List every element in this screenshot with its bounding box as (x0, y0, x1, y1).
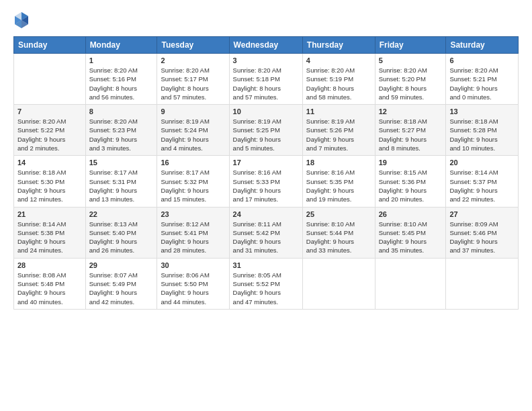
day-number: 9 (161, 107, 225, 116)
calendar-cell-w1-d4: 11Sunrise: 8:19 AMSunset: 5:26 PMDayligh… (302, 105, 375, 156)
calendar-cell-w0-d6: 6Sunrise: 8:20 AMSunset: 5:21 PMDaylight… (446, 54, 519, 105)
calendar-cell-w4-d0: 28Sunrise: 8:08 AMSunset: 5:48 PMDayligh… (14, 258, 86, 309)
calendar-cell-w2-d2: 16Sunrise: 8:17 AMSunset: 5:32 PMDayligh… (157, 156, 229, 207)
header (13, 11, 519, 30)
calendar-cell-w4-d4 (302, 258, 375, 309)
day-number: 24 (233, 210, 299, 218)
day-number: 12 (379, 107, 443, 116)
day-number: 10 (233, 107, 299, 116)
day-number: 21 (17, 210, 82, 218)
day-number: 16 (161, 158, 225, 167)
calendar-cell-w3-d1: 22Sunrise: 8:13 AMSunset: 5:40 PMDayligh… (85, 207, 157, 258)
logo (13, 11, 32, 30)
calendar-cell-w3-d3: 24Sunrise: 8:11 AMSunset: 5:42 PMDayligh… (229, 207, 302, 258)
day-info: Sunrise: 8:14 AMSunset: 5:37 PMDaylight:… (449, 168, 515, 203)
calendar-cell-w2-d6: 20Sunrise: 8:14 AMSunset: 5:37 PMDayligh… (446, 156, 519, 207)
day-info: Sunrise: 8:15 AMSunset: 5:36 PMDaylight:… (379, 168, 443, 203)
day-info: Sunrise: 8:12 AMSunset: 5:41 PMDaylight:… (161, 220, 225, 255)
day-number: 30 (161, 261, 225, 269)
day-info: Sunrise: 8:20 AMSunset: 5:20 PMDaylight:… (379, 66, 443, 101)
day-number: 22 (89, 210, 154, 218)
calendar-cell-w2-d3: 17Sunrise: 8:16 AMSunset: 5:33 PMDayligh… (229, 156, 302, 207)
col-header-thursday: Thursday (302, 37, 375, 54)
day-info: Sunrise: 8:20 AMSunset: 5:22 PMDaylight:… (17, 117, 82, 152)
day-info: Sunrise: 8:10 AMSunset: 5:44 PMDaylight:… (306, 220, 371, 255)
day-number: 19 (379, 158, 443, 167)
day-number: 7 (17, 107, 82, 116)
day-info: Sunrise: 8:20 AMSunset: 5:21 PMDaylight:… (449, 66, 515, 101)
col-header-sunday: Sunday (14, 37, 86, 54)
calendar-cell-w3-d0: 21Sunrise: 8:14 AMSunset: 5:38 PMDayligh… (14, 207, 86, 258)
calendar-cell-w0-d1: 1Sunrise: 8:20 AMSunset: 5:16 PMDaylight… (85, 54, 157, 105)
day-info: Sunrise: 8:18 AMSunset: 5:28 PMDaylight:… (449, 117, 515, 152)
day-info: Sunrise: 8:18 AMSunset: 5:30 PMDaylight:… (17, 168, 82, 203)
calendar-cell-w0-d0 (14, 54, 86, 105)
calendar-cell-w1-d6: 13Sunrise: 8:18 AMSunset: 5:28 PMDayligh… (446, 105, 519, 156)
day-number: 28 (17, 261, 82, 269)
day-info: Sunrise: 8:17 AMSunset: 5:31 PMDaylight:… (89, 168, 154, 203)
day-info: Sunrise: 8:10 AMSunset: 5:45 PMDaylight:… (379, 220, 443, 255)
day-number: 27 (449, 210, 515, 218)
day-number: 2 (161, 56, 225, 64)
day-number: 20 (449, 158, 515, 167)
calendar-week-0: 1Sunrise: 8:20 AMSunset: 5:16 PMDaylight… (14, 54, 519, 105)
day-info: Sunrise: 8:19 AMSunset: 5:25 PMDaylight:… (233, 117, 299, 152)
day-info: Sunrise: 8:07 AMSunset: 5:49 PMDaylight:… (89, 271, 154, 306)
calendar-cell-w1-d1: 8Sunrise: 8:20 AMSunset: 5:23 PMDaylight… (85, 105, 157, 156)
calendar-cell-w4-d1: 29Sunrise: 8:07 AMSunset: 5:49 PMDayligh… (85, 258, 157, 309)
day-number: 26 (379, 210, 443, 218)
day-number: 4 (306, 56, 371, 64)
day-info: Sunrise: 8:16 AMSunset: 5:33 PMDaylight:… (233, 168, 299, 203)
calendar-cell-w4-d2: 30Sunrise: 8:06 AMSunset: 5:50 PMDayligh… (157, 258, 229, 309)
day-number: 3 (233, 56, 299, 64)
calendar-week-2: 14Sunrise: 8:18 AMSunset: 5:30 PMDayligh… (14, 156, 519, 207)
day-info: Sunrise: 8:11 AMSunset: 5:42 PMDaylight:… (233, 220, 299, 255)
col-header-saturday: Saturday (446, 37, 519, 54)
day-number: 15 (89, 158, 154, 167)
calendar-cell-w0-d3: 3Sunrise: 8:20 AMSunset: 5:18 PMDaylight… (229, 54, 302, 105)
day-info: Sunrise: 8:20 AMSunset: 5:18 PMDaylight:… (233, 66, 299, 101)
col-header-friday: Friday (375, 37, 446, 54)
day-number: 8 (89, 107, 154, 116)
day-number: 25 (306, 210, 371, 218)
calendar-cell-w2-d0: 14Sunrise: 8:18 AMSunset: 5:30 PMDayligh… (14, 156, 86, 207)
calendar-table: SundayMondayTuesdayWednesdayThursdayFrid… (13, 36, 519, 310)
day-info: Sunrise: 8:08 AMSunset: 5:48 PMDaylight:… (17, 271, 82, 306)
day-info: Sunrise: 8:13 AMSunset: 5:40 PMDaylight:… (89, 220, 154, 255)
day-info: Sunrise: 8:20 AMSunset: 5:17 PMDaylight:… (161, 66, 225, 101)
logo-icon (13, 11, 30, 30)
calendar-cell-w1-d2: 9Sunrise: 8:19 AMSunset: 5:24 PMDaylight… (157, 105, 229, 156)
day-number: 23 (161, 210, 225, 218)
day-info: Sunrise: 8:20 AMSunset: 5:23 PMDaylight:… (89, 117, 154, 152)
calendar-cell-w4-d3: 31Sunrise: 8:05 AMSunset: 5:52 PMDayligh… (229, 258, 302, 309)
calendar-week-4: 28Sunrise: 8:08 AMSunset: 5:48 PMDayligh… (14, 258, 519, 309)
calendar-cell-w0-d5: 5Sunrise: 8:20 AMSunset: 5:20 PMDaylight… (375, 54, 446, 105)
calendar-cell-w3-d6: 27Sunrise: 8:09 AMSunset: 5:46 PMDayligh… (446, 207, 519, 258)
calendar-header-row: SundayMondayTuesdayWednesdayThursdayFrid… (14, 37, 519, 54)
day-number: 13 (449, 107, 515, 116)
calendar-cell-w0-d4: 4Sunrise: 8:20 AMSunset: 5:19 PMDaylight… (302, 54, 375, 105)
col-header-monday: Monday (85, 37, 157, 54)
day-info: Sunrise: 8:06 AMSunset: 5:50 PMDaylight:… (161, 271, 225, 306)
calendar-cell-w3-d4: 25Sunrise: 8:10 AMSunset: 5:44 PMDayligh… (302, 207, 375, 258)
calendar-cell-w1-d3: 10Sunrise: 8:19 AMSunset: 5:25 PMDayligh… (229, 105, 302, 156)
day-info: Sunrise: 8:17 AMSunset: 5:32 PMDaylight:… (161, 168, 225, 203)
day-info: Sunrise: 8:09 AMSunset: 5:46 PMDaylight:… (449, 220, 515, 255)
day-info: Sunrise: 8:19 AMSunset: 5:26 PMDaylight:… (306, 117, 371, 152)
calendar-cell-w4-d6 (446, 258, 519, 309)
day-number: 31 (233, 261, 299, 269)
day-number: 11 (306, 107, 371, 116)
day-info: Sunrise: 8:20 AMSunset: 5:19 PMDaylight:… (306, 66, 371, 101)
calendar-week-1: 7Sunrise: 8:20 AMSunset: 5:22 PMDaylight… (14, 105, 519, 156)
day-info: Sunrise: 8:16 AMSunset: 5:35 PMDaylight:… (306, 168, 371, 203)
day-number: 5 (379, 56, 443, 64)
day-info: Sunrise: 8:14 AMSunset: 5:38 PMDaylight:… (17, 220, 82, 255)
calendar-cell-w3-d5: 26Sunrise: 8:10 AMSunset: 5:45 PMDayligh… (375, 207, 446, 258)
calendar-cell-w2-d1: 15Sunrise: 8:17 AMSunset: 5:31 PMDayligh… (85, 156, 157, 207)
day-number: 1 (89, 56, 154, 64)
day-info: Sunrise: 8:20 AMSunset: 5:16 PMDaylight:… (89, 66, 154, 101)
col-header-wednesday: Wednesday (229, 37, 302, 54)
calendar-cell-w3-d2: 23Sunrise: 8:12 AMSunset: 5:41 PMDayligh… (157, 207, 229, 258)
calendar-cell-w4-d5 (375, 258, 446, 309)
day-number: 14 (17, 158, 82, 167)
